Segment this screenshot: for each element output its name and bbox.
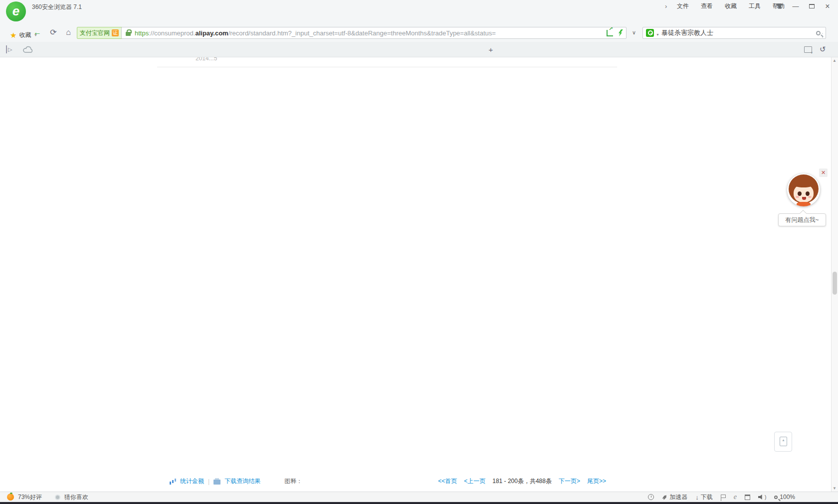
tab-expander-icon[interactable]: ▷: [6, 45, 12, 53]
accelerator-button[interactable]: 加速器: [662, 493, 687, 502]
legend-label: 图释：: [284, 477, 302, 486]
bookmark-收藏[interactable]: ★ 收藏 ▼: [6, 29, 41, 41]
prev-page-link[interactable]: <上一页: [464, 477, 485, 486]
window-title: 360安全浏览器 7.1: [32, 3, 82, 11]
menu-expander-icon[interactable]: ›: [665, 2, 667, 10]
window-icon: [745, 495, 750, 500]
taskbar-edge: [0, 502, 838, 504]
caret-down-icon: ▼: [33, 33, 37, 37]
footer-divider: |: [208, 478, 210, 485]
assistant-avatar[interactable]: [787, 173, 820, 206]
window-controls: — ×: [773, 0, 834, 12]
mute-button[interactable]: ): [758, 495, 766, 500]
window-mode-button[interactable]: [745, 495, 750, 500]
page-range-info: 181 - 200条，共488条: [492, 477, 552, 486]
avatar-blush: [796, 196, 799, 198]
menu-查看[interactable]: 查看: [697, 1, 717, 11]
zoom-icon: [774, 496, 778, 499]
assistant-bubble[interactable]: 有问题点我~: [778, 213, 826, 226]
download-icon: [213, 480, 220, 485]
zoom-button[interactable]: 100%: [774, 494, 795, 501]
suggest-icon[interactable]: [55, 495, 60, 500]
table-footer: 统计金额 | 下载查询结果 图释：: [170, 477, 307, 486]
address-bar: ← ⟳ ⌂ 支付宝官网 证 ▼ https://consumeprod.alip…: [0, 12, 838, 28]
avatar-eye: [798, 191, 802, 196]
legend: 图释：: [284, 477, 307, 486]
minimize-button[interactable]: —: [789, 1, 802, 12]
browser-chrome: e 360安全浏览器 7.1 › 文件查看收藏工具帮助 — × ← ⟳ ⌂ 支付…: [0, 0, 838, 42]
avatar-mouth: [802, 197, 806, 200]
star-icon: ★: [10, 32, 16, 38]
avatar-blush: [808, 196, 812, 198]
scroll-down-icon[interactable]: ▼: [833, 486, 837, 491]
ie-icon: e: [734, 493, 737, 501]
speaker-wave-icon: ): [765, 495, 766, 500]
menu-bar: 文件查看收藏工具帮助: [673, 0, 789, 12]
tab-bar: ▷ + ↺: [0, 42, 838, 57]
close-button[interactable]: ×: [821, 1, 834, 12]
session-restore-icon[interactable]: ↺: [820, 45, 826, 54]
flag-icon: [721, 495, 726, 498]
toolbar-drag-handle: ⋮: [820, 32, 826, 39]
rating-icon[interactable]: [7, 494, 14, 501]
clipped-row-text: 2014...5: [196, 57, 217, 62]
performance-button[interactable]: [648, 494, 654, 500]
tshirt-icon: [776, 3, 783, 9]
vertical-scrollbar[interactable]: ▲ ▼: [831, 57, 838, 492]
cloud-sync-icon[interactable]: [23, 46, 34, 53]
new-tab-button[interactable]: +: [486, 46, 496, 55]
statusbar-left: 73%好评 猜你喜欢: [7, 492, 88, 502]
elevator-icon: [780, 437, 787, 446]
back-to-top-button[interactable]: [774, 432, 792, 452]
page-content: 2014...5 统计金额 | 下载查询结果 图释： <<首页 <上一页 181…: [0, 57, 838, 492]
menu-工具[interactable]: 工具: [745, 1, 765, 11]
accelerator-label: 加速器: [669, 493, 687, 502]
restore-icon: [809, 4, 815, 8]
speaker-icon: [758, 495, 764, 500]
stats-link[interactable]: 统计金额: [180, 477, 204, 486]
skin-button[interactable]: [773, 1, 786, 12]
pagination: <<首页 <上一页 181 - 200条，共488条 下一页> 尾页>>: [439, 477, 606, 486]
toolbar-right: ⋮: [820, 28, 829, 42]
bookmarks-bar: ★ 收藏 ▼: [0, 28, 838, 42]
rocket-icon: [661, 493, 668, 501]
assistant-close-icon[interactable]: ✕: [819, 168, 828, 177]
scrollbar-thumb[interactable]: [833, 272, 837, 295]
transaction-table: [157, 67, 617, 67]
zoom-level: 100%: [780, 494, 795, 501]
suggest-label[interactable]: 猜你喜欢: [64, 493, 88, 502]
first-page-link[interactable]: <<首页: [438, 477, 457, 486]
last-page-link[interactable]: 尾页>>: [587, 477, 606, 486]
next-page-link[interactable]: 下一页>: [559, 477, 580, 486]
scroll-up-icon[interactable]: ▲: [833, 58, 837, 63]
title-bar: e 360安全浏览器 7.1 › 文件查看收藏工具帮助 — ×: [0, 0, 838, 12]
avatar-bangs: [792, 179, 815, 187]
download-label: 下载: [701, 493, 713, 502]
browser-logo-icon: e: [6, 1, 26, 21]
rating-label[interactable]: 73%好评: [18, 493, 42, 502]
tab-list-icon[interactable]: [804, 46, 812, 53]
feedback-button[interactable]: [721, 496, 726, 498]
download-button[interactable]: ↓下载: [695, 493, 713, 502]
maximize-button[interactable]: [805, 1, 818, 12]
statusbar-right: 加速器 ↓下载 e ) 100%: [648, 492, 795, 502]
meter-icon: [648, 494, 654, 500]
menu-文件[interactable]: 文件: [673, 1, 693, 11]
download-arrow-icon: ↓: [695, 494, 699, 501]
status-bar: 73%好评 猜你喜欢 加速器 ↓下载 e ) 100%: [0, 492, 838, 502]
menu-收藏[interactable]: 收藏: [721, 1, 741, 11]
stats-icon: [170, 479, 176, 485]
download-results-link[interactable]: 下载查询结果: [224, 477, 260, 486]
ie-mode-button[interactable]: e: [734, 493, 737, 501]
avatar-eye: [806, 191, 810, 196]
